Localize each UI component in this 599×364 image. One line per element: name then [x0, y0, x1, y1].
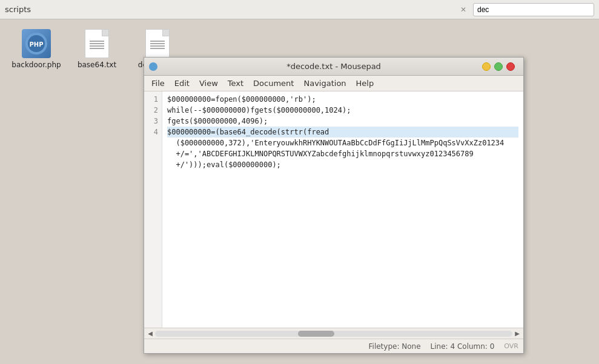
code-line-7: +/')));eval($000000000); — [167, 159, 518, 170]
mousepad-title: *decode.txt - Mousepad — [286, 62, 381, 71]
mousepad-titlebar: *decode.txt - Mousepad — [144, 58, 523, 76]
menu-text[interactable]: Text — [223, 78, 248, 89]
menu-file[interactable]: File — [147, 78, 170, 89]
scrollbar-thumb[interactable] — [298, 331, 334, 337]
file-label-backdoor: backdoor.php — [12, 61, 61, 69]
menu-view[interactable]: View — [194, 78, 223, 89]
txt-icon-base64 — [85, 29, 109, 58]
editor-area[interactable]: 1 2 3 4 $000000000=fopen($000000000,'rb'… — [144, 91, 523, 328]
fm-close-icon[interactable]: ✕ — [458, 5, 468, 15]
menu-document[interactable]: Document — [248, 78, 299, 89]
minimize-button[interactable] — [482, 62, 491, 71]
fm-search-input[interactable] — [473, 3, 594, 16]
code-line-4: $000000000=(base64_decode(strtr(fread — [167, 127, 518, 137]
file-label-base64: base64.txt — [78, 61, 116, 69]
code-line-6: +/=','ABCDEFGHIJKLMNOPQRSTUVWXYZabcdefgh… — [167, 148, 518, 159]
file-item-backdoor[interactable]: PHP backdoor.php — [12, 29, 61, 69]
menu-edit[interactable]: Edit — [170, 78, 194, 89]
mousepad-window: *decode.txt - Mousepad File Edit View Te… — [144, 57, 524, 354]
mousepad-menubar: File Edit View Text Document Navigation … — [144, 76, 523, 91]
titlebar-dot-blue — [149, 62, 157, 71]
titlebar-window-controls — [482, 62, 518, 71]
svg-text:PHP: PHP — [29, 41, 43, 48]
status-position: Line: 4 Column: 0 — [431, 342, 495, 351]
code-line-3: fgets($000000000,4096); — [167, 116, 518, 127]
status-filetype: Filetype: None — [369, 342, 421, 351]
scroll-left-icon[interactable]: ◀ — [145, 329, 155, 339]
line-numbers: 1 2 3 4 — [144, 91, 162, 328]
horizontal-scrollbar[interactable]: ◀ ▶ — [144, 328, 523, 339]
filemanager-topbar: scripts ✕ — [0, 0, 599, 19]
txt-icon-decode — [145, 29, 170, 58]
file-item-base64[interactable]: base64.txt — [73, 29, 121, 69]
code-line-5: ($000000000,372),'EnteryouwkhRHYKNWOUTAa… — [167, 137, 518, 148]
scrollbar-track[interactable] — [155, 331, 512, 337]
code-line-2: while(--$000000000)fgets($000000000,1024… — [167, 105, 518, 116]
menu-navigation[interactable]: Navigation — [299, 78, 351, 89]
status-bar: Filetype: None Line: 4 Column: 0 OVR — [144, 339, 523, 353]
menu-help[interactable]: Help — [351, 78, 379, 89]
code-editor[interactable]: $000000000=fopen($000000000,'rb');while(… — [162, 91, 523, 328]
file-icon-base64 — [82, 29, 111, 58]
close-button[interactable] — [506, 62, 515, 71]
code-line-1: $000000000=fopen($000000000,'rb'); — [167, 94, 518, 105]
status-ovr: OVR — [504, 342, 518, 350]
file-icon-decode — [143, 29, 172, 58]
scroll-right-icon[interactable]: ▶ — [512, 329, 522, 339]
fm-title: scripts — [5, 5, 454, 14]
php-icon: PHP — [22, 29, 51, 58]
file-icon-php: PHP — [22, 29, 51, 58]
maximize-button[interactable] — [494, 62, 503, 71]
